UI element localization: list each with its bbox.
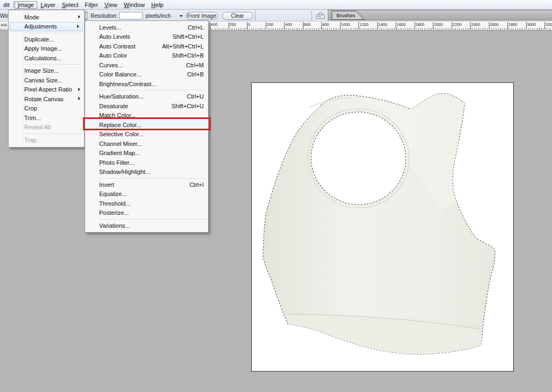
- menubar-item-window[interactable]: Window: [120, 1, 148, 9]
- adjustments-item-match-color[interactable]: Match Color...: [85, 111, 208, 121]
- ruler-tick: 400: [210, 22, 218, 29]
- image-menu-item-rotate-canvas[interactable]: Rotate Canvas: [9, 94, 84, 104]
- clear-button[interactable]: Clear: [222, 12, 253, 20]
- ruler-tick: 2200: [452, 22, 462, 29]
- ruler-tick: 200: [266, 22, 274, 29]
- resolution-input[interactable]: [119, 12, 143, 19]
- menu-item-label: Curves...: [99, 62, 180, 68]
- ruler-tick-line: [210, 22, 210, 29]
- adjustments-item-threshold[interactable]: Threshold...: [85, 199, 208, 208]
- menu-separator: [99, 219, 206, 220]
- ruler-tick: 3200: [544, 22, 552, 29]
- adjustments-submenu: Levels...Ctrl+LAuto LevelsShift+Ctrl+LAu…: [85, 20, 209, 233]
- menu-item-label: Calculations...: [24, 55, 74, 61]
- adjustments-item-channel-mixer[interactable]: Channel Mixer...: [85, 139, 208, 149]
- adjustments-item-posterize[interactable]: Posterize...: [85, 208, 208, 218]
- brushes-tab[interactable]: Brushes: [332, 11, 366, 20]
- resolution-unit-select[interactable]: pixels/inch: [146, 13, 183, 19]
- adjustments-item-gradient-map[interactable]: Gradient Map...: [85, 149, 208, 158]
- menubar-item-dit[interactable]: dit: [0, 1, 13, 9]
- ruler-tick: 400: [284, 22, 292, 29]
- adjustments-item-selective-color[interactable]: Selective Color...: [85, 130, 208, 139]
- menu-item-label: Duplicate...: [24, 36, 74, 43]
- image-menu-item-duplicate[interactable]: Duplicate...: [9, 34, 84, 44]
- adjustments-item-levels[interactable]: Levels...Ctrl+L: [85, 23, 208, 32]
- adjustments-item-auto-levels[interactable]: Auto LevelsShift+Ctrl+L: [85, 32, 208, 42]
- ruler-tick: 2800: [507, 22, 518, 29]
- go-to-bridge-icon[interactable]: [315, 10, 327, 20]
- menu-separator: [24, 64, 82, 65]
- adjustments-item-color-balance[interactable]: Color Balance...Ctrl+B: [85, 70, 208, 80]
- ruler-tick-line: [284, 22, 285, 29]
- front-image-button[interactable]: Front Image: [185, 12, 218, 20]
- image-menu-item-apply-image[interactable]: Apply Image...: [9, 44, 84, 54]
- menu-separator: [99, 178, 206, 179]
- adjustments-item-curves[interactable]: Curves...Ctrl+M: [85, 60, 208, 70]
- menu-item-label: Pixel Aspect Ratio: [24, 86, 74, 93]
- menu-item-label: Rotate Canvas: [24, 96, 74, 102]
- image-menu-item-image-size[interactable]: Image Size...: [9, 66, 84, 76]
- menu-item-label: Reveal All: [24, 124, 74, 130]
- menu-item-label: Desaturate: [99, 103, 165, 109]
- resolution-unit-value: pixels/inch: [146, 13, 171, 19]
- menu-separator: [24, 134, 82, 134]
- menubar-item-view[interactable]: View: [101, 1, 121, 9]
- submenu-arrow-icon: [78, 88, 80, 91]
- menu-item-shortcut: Ctrl+B: [187, 71, 204, 78]
- ruler-tick-line: [303, 22, 303, 29]
- menu-item-label: Levels...: [99, 24, 181, 31]
- adjustments-item-equalize[interactable]: Equalize...: [85, 190, 208, 199]
- brushes-tab-label: Brushes: [336, 12, 355, 18]
- sports-bra-image: [252, 83, 513, 371]
- menu-item-label: Selective Color...: [99, 131, 204, 137]
- menu-item-label: Adjustments: [24, 23, 73, 30]
- menu-item-label: Trim...: [24, 115, 74, 121]
- menubar-item-layer[interactable]: Layer: [37, 1, 59, 9]
- menu-item-label: Trap...: [24, 137, 74, 143]
- resolution-label: Resolution:: [91, 13, 118, 19]
- ruler-tick-line: [470, 22, 471, 29]
- menu-item-label: Color Balance...: [99, 71, 181, 78]
- adjustments-item-auto-color[interactable]: Auto ColorShift+Ctrl+B: [85, 51, 208, 61]
- adjustments-item-variations[interactable]: Variations...: [85, 221, 208, 230]
- menu-item-label: Auto Levels: [99, 33, 166, 40]
- menu-item-shortcut: Shift+Ctrl+U: [171, 103, 204, 109]
- adjustments-item-brightness-contrast[interactable]: Brightness/Contrast...: [85, 79, 208, 89]
- menubar-item-help[interactable]: Help: [148, 1, 167, 9]
- adjustments-item-desaturate[interactable]: DesaturateShift+Ctrl+U: [85, 101, 208, 111]
- menu-item-label: Channel Mixer...: [99, 141, 204, 147]
- image-menu-item-canvas-size[interactable]: Canvas Size...: [9, 75, 84, 85]
- ruler-tick-line: [340, 22, 341, 29]
- menu-item-label: Match Color...: [99, 112, 204, 118]
- menubar-item-select[interactable]: Select: [59, 1, 82, 9]
- menubar-item-image[interactable]: Image: [15, 1, 38, 9]
- menu-item-label: Image Size...: [24, 67, 74, 74]
- ruler-tick-line: [489, 22, 489, 29]
- adjustments-item-invert[interactable]: InvertCtrl+I: [85, 180, 208, 190]
- ruler-tick-line: [544, 22, 545, 29]
- menu-item-shortcut: Shift+Ctrl+L: [172, 33, 204, 40]
- adjustments-item-photo-filter[interactable]: Photo Filter...: [85, 158, 208, 167]
- menu-item-label: Brightness/Contrast...: [99, 81, 204, 87]
- image-menu-dropdown: ModeAdjustmentsDuplicate...Apply Image..…: [8, 10, 85, 148]
- adjustments-item-hue-saturation[interactable]: Hue/Saturation...Ctrl+U: [85, 92, 208, 102]
- menubar-item-filter[interactable]: Filter: [81, 1, 101, 9]
- ruler-tick: 1000: [340, 22, 350, 29]
- adjustments-item-replace-color[interactable]: Replace Color...: [85, 120, 208, 130]
- image-menu-item-mode[interactable]: Mode: [9, 12, 84, 22]
- ruler-tick: 1200: [358, 22, 369, 29]
- adjustments-item-auto-contrast[interactable]: Auto ContrastAlt+Shift+Ctrl+L: [85, 41, 208, 51]
- menu-item-label: Auto Contrast: [99, 43, 156, 50]
- image-menu-item-pixel-aspect-ratio[interactable]: Pixel Aspect Ratio: [9, 85, 84, 95]
- document-canvas[interactable]: [251, 82, 514, 372]
- image-menu-item-adjustments[interactable]: Adjustments: [10, 22, 83, 32]
- menu-item-shortcut: Ctrl+U: [187, 93, 204, 100]
- image-menu-item-trim[interactable]: Trim...: [9, 113, 84, 123]
- image-menu-item-crop[interactable]: Crop: [9, 104, 84, 114]
- menu-item-label: Auto Color: [99, 52, 165, 59]
- adjustments-item-shadow-highlight[interactable]: Shadow/Highlight...: [85, 167, 208, 177]
- ruler-tick-line: [358, 22, 359, 29]
- submenu-arrow-icon: [78, 15, 80, 18]
- image-menu-item-calculations[interactable]: Calculations...: [9, 53, 84, 63]
- ruler-tick: 2600: [489, 22, 499, 29]
